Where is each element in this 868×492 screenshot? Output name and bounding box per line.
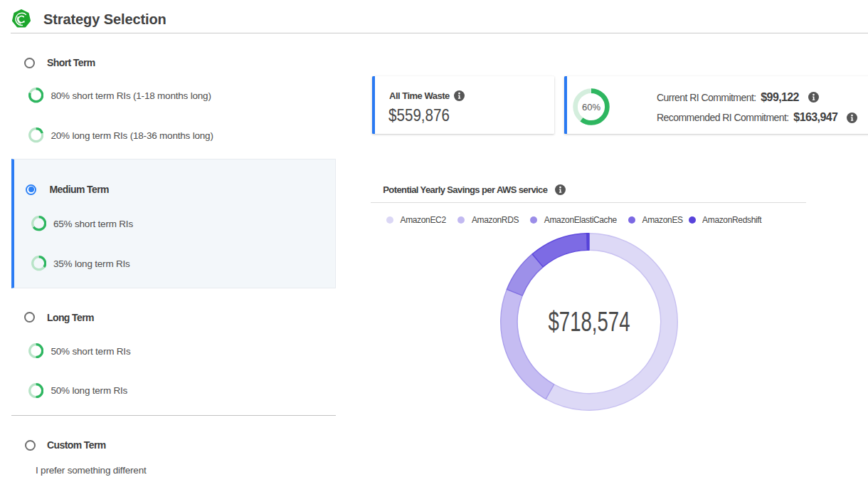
svg-text:60%: 60% [582,101,600,112]
svg-text:$718,574: $718,574 [548,307,630,337]
svg-text:$559,876: $559,876 [388,106,450,125]
